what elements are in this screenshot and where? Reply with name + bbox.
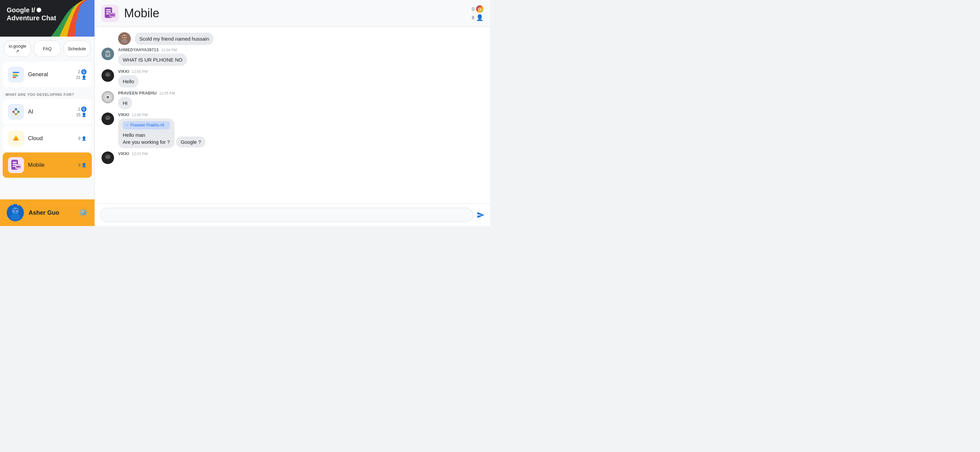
message-meta-5: VIKKI 12:06 PM [118, 112, 484, 117]
svg-point-31 [14, 210, 14, 211]
message-meta-2: AHMEDYAHYA39713 12:04 PM [118, 48, 484, 52]
svg-rect-3 [13, 75, 18, 76]
general-g-badge: G [81, 69, 86, 75]
cloud-user-count: 9 👤 [78, 136, 86, 141]
io-google-button[interactable]: io.google ↗ [4, 41, 31, 57]
svg-rect-22 [13, 166, 15, 167]
message-content-3: VIKKI 12:05 PM Hello [118, 69, 484, 88]
channel-mobile[interactable]: Mobile 8 👤 [3, 152, 92, 178]
message-bubble-5-google: Google ? [176, 136, 205, 147]
message-meta-3: VIKKI 12:05 PM [118, 69, 484, 74]
svg-point-39 [15, 212, 16, 213]
message-input[interactable] [100, 208, 473, 222]
header-user-icon: 👤 [476, 14, 484, 21]
svg-point-73 [107, 97, 108, 97]
nav-buttons: io.google ↗ FAQ Schedule [0, 37, 94, 61]
channel-general[interactable]: General 2 G 21 👤 [3, 62, 92, 87]
svg-rect-5 [11, 107, 21, 117]
general-channel-info: General [28, 71, 72, 78]
message-content-1: Scold my friend named hussain [135, 33, 213, 45]
message-content-2: AHMEDYAHYA39713 12:04 PM WHAT IS UR PLHO… [118, 48, 484, 66]
general-channel-meta: 2 G 21 👤 [76, 69, 86, 80]
svg-point-53 [123, 37, 124, 37]
general-user-count: 21 👤 [76, 75, 86, 80]
cloud-channel-info: Cloud [28, 135, 74, 142]
app-logo: Google I/ Adventure Chat [6, 6, 88, 22]
message-content-partial: VIKKI 12:07 PM [118, 152, 484, 157]
message-content-4: PRAVEEN PRABHU 12:05 PM Hi [118, 91, 484, 109]
google-g-icon: G [476, 5, 484, 13]
section-label: WHAT ARE YOU DEVELOPING FOR? [0, 89, 94, 98]
cloud-channel-name: Cloud [28, 135, 74, 142]
svg-point-47 [112, 14, 113, 16]
google-io-dot [37, 8, 41, 12]
message-content-5: VIKKI 12:06 PM ← Praveen Prabhu Hi Hello… [118, 112, 484, 148]
message-line-2: Are you working for ? [123, 139, 170, 145]
mobile-channel-icon [8, 157, 24, 173]
message-sender-4: PRAVEEN PRABHU [118, 91, 157, 96]
channel-ai[interactable]: AI 1 G 15 👤 [3, 99, 92, 125]
cloud-channel-meta: 9 👤 [78, 136, 86, 141]
message-time-4: 12:05 PM [159, 91, 175, 95]
list-item: VIKKI 12:05 PM Hello [102, 69, 484, 88]
svg-point-59 [108, 53, 110, 54]
avatar [102, 152, 114, 164]
message-meta-4: PRAVEEN PRABHU 12:05 PM [118, 91, 484, 96]
list-item: VIKKI 12:07 PM [102, 152, 484, 164]
message-line-1: Hello man [123, 131, 170, 139]
svg-rect-2 [13, 73, 17, 75]
ai-g-badge: G [81, 107, 86, 112]
svg-point-26 [19, 166, 20, 168]
svg-point-24 [16, 166, 18, 168]
faq-button[interactable]: FAQ [33, 41, 60, 57]
svg-rect-4 [13, 77, 16, 78]
mobile-channel-info: Mobile [28, 162, 74, 168]
svg-rect-1 [13, 72, 19, 73]
mobile-user-icon: 👤 [81, 163, 86, 168]
svg-point-46 [110, 14, 112, 16]
svg-point-54 [125, 37, 126, 37]
header-g-count: 0 [472, 6, 474, 12]
general-channel-name: General [28, 71, 72, 78]
schedule-button[interactable]: Schedule [64, 41, 91, 57]
svg-rect-42 [106, 9, 111, 10]
message-bubble-1: Scold my friend named hussain [135, 33, 213, 45]
app-subtitle: Adventure Chat [6, 14, 88, 22]
avatar [102, 48, 114, 60]
sidebar: Google I/ Adventure Chat io.google ↗ FAQ… [0, 0, 95, 226]
channels-section: General 2 G 21 👤 WHAT ARE YOU DEVELOPING… [0, 61, 94, 200]
svg-point-25 [18, 166, 19, 168]
chat-header: Mobile 0 G 8 👤 [95, 0, 490, 27]
svg-point-78 [106, 118, 107, 118]
svg-point-36 [17, 204, 19, 206]
header-g-count-row: 0 G [472, 5, 484, 13]
avatar [102, 69, 114, 82]
message-time-2: 12:04 PM [161, 48, 177, 52]
svg-point-66 [106, 74, 107, 75]
svg-rect-60 [107, 54, 109, 55]
svg-point-37 [11, 213, 20, 220]
mobile-channel-meta: 8 👤 [78, 163, 86, 168]
general-user-icon: 👤 [81, 75, 86, 80]
svg-point-85 [109, 156, 110, 157]
list-item: AHMEDYAHYA39713 12:04 PM WHAT IS UR PLHO… [102, 48, 484, 66]
messages-container[interactable]: Scold my friend named hussain AHMEDYAHYA… [95, 27, 490, 203]
message-bubble-2: WHAT IS UR PLHONE NO [118, 54, 187, 66]
user-avatar [6, 204, 24, 221]
svg-rect-43 [106, 11, 111, 12]
svg-point-58 [106, 53, 107, 54]
header-user-count-row: 8 👤 [472, 14, 484, 21]
avatar [102, 91, 114, 104]
settings-icon[interactable]: ⚙️ [79, 208, 88, 217]
svg-point-67 [109, 74, 110, 75]
mobile-user-count: 8 👤 [78, 163, 86, 168]
list-item: VIKKI 12:06 PM ← Praveen Prabhu Hi Hello… [102, 112, 484, 148]
channel-cloud[interactable]: Cloud 9 👤 [3, 126, 92, 151]
list-item: PRAVEEN PRABHU 12:05 PM Hi [102, 91, 484, 109]
ai-channel-info: AI [28, 109, 72, 115]
send-button[interactable] [477, 211, 485, 219]
chat-header-meta: 0 G 8 👤 [472, 5, 484, 21]
chat-title: Mobile [124, 6, 466, 20]
cloud-channel-icon [8, 131, 24, 147]
svg-rect-57 [105, 51, 110, 57]
